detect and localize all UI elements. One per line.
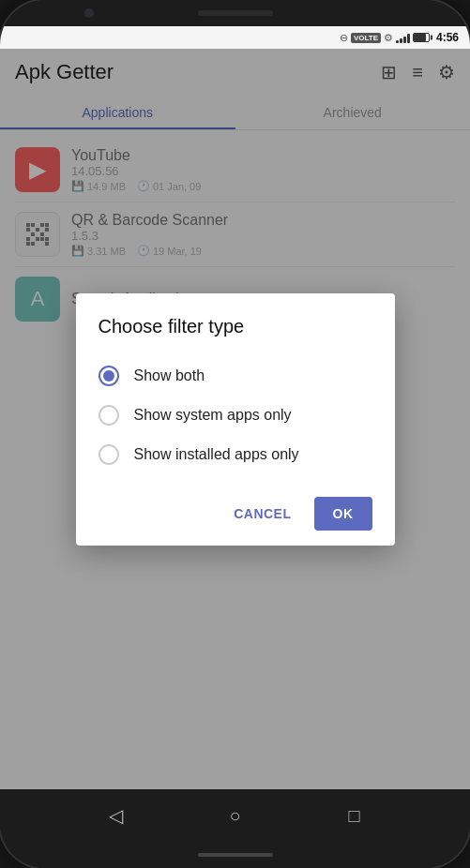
battery-icon: [413, 33, 430, 42]
data-icon: ⚙: [384, 32, 393, 44]
back-button[interactable]: ◁: [99, 799, 133, 832]
home-button[interactable]: ○: [219, 799, 252, 832]
radio-circle-show-both: [99, 366, 119, 386]
ok-button[interactable]: OK: [314, 497, 372, 531]
app-screen: Apk Getter ⊞ ≡ ⚙ Applications Archieved …: [0, 49, 470, 789]
signal-bars: [396, 32, 410, 43]
phone-top-bar: [0, 0, 470, 26]
home-indicator: [198, 853, 273, 857]
volte-badge: VOLTE: [351, 33, 381, 43]
radio-label-system-only: Show system apps only: [134, 407, 292, 424]
radio-label-installed-only: Show installed apps only: [134, 446, 299, 463]
status-time: 4:56: [436, 31, 459, 44]
recents-button[interactable]: □: [338, 799, 371, 832]
radio-inner-show-both: [103, 370, 114, 382]
dialog-actions: CANCEL OK: [99, 489, 372, 538]
radio-label-show-both: Show both: [134, 367, 205, 384]
dnd-icon: ⊖: [340, 32, 348, 44]
filter-dialog: Choose filter type Show both Show system…: [76, 293, 395, 546]
front-camera: [84, 8, 94, 18]
radio-circle-installed-only: [99, 444, 119, 465]
status-icons: ⊖ VOLTE ⚙ 4:56: [340, 31, 459, 44]
dialog-title: Choose filter type: [99, 316, 372, 337]
cancel-button[interactable]: CANCEL: [219, 497, 306, 531]
earpiece-speaker: [198, 10, 273, 16]
radio-option-show-both[interactable]: Show both: [99, 356, 372, 396]
radio-circle-system-only: [99, 405, 119, 426]
battery-fill: [414, 34, 426, 41]
phone-frame: ⊖ VOLTE ⚙ 4:56 Apk Getter ⊞: [0, 0, 470, 868]
bottom-navigation: ◁ ○ □: [0, 789, 470, 842]
phone-bottom-bar: [0, 842, 470, 868]
status-bar: ⊖ VOLTE ⚙ 4:56: [0, 26, 470, 49]
radio-option-installed-only[interactable]: Show installed apps only: [99, 435, 372, 474]
radio-option-system-only[interactable]: Show system apps only: [99, 396, 372, 435]
dialog-overlay: Choose filter type Show both Show system…: [0, 49, 470, 789]
